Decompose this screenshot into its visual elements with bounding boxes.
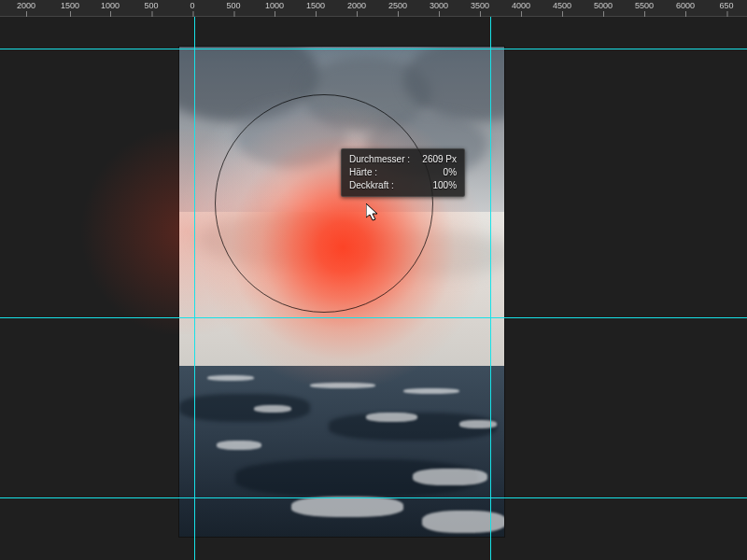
ruler-tick: 1000 — [101, 0, 120, 10]
ruler-tick: 5500 — [635, 0, 654, 10]
hud-row-hardness: Härte 0% — [349, 166, 457, 179]
ruler-tick: 4000 — [512, 0, 530, 10]
ruler-tick: 500 — [226, 0, 240, 10]
hud-value: 0% — [417, 166, 457, 179]
ruler-tick: 1500 — [61, 0, 79, 10]
guide-vertical[interactable] — [194, 0, 195, 560]
ruler-tick: 2000 — [347, 0, 366, 10]
canvas-viewport[interactable] — [0, 17, 747, 560]
hud-label: Deckkraft — [349, 179, 394, 192]
sky-lower-layer — [179, 212, 504, 366]
document-artwork[interactable] — [179, 47, 504, 537]
hud-row-diameter: Durchmesser 2609 Px — [349, 153, 457, 166]
ruler-tick: 3500 — [471, 0, 489, 10]
guide-horizontal[interactable] — [0, 317, 747, 318]
ruler-tick: 500 — [144, 0, 158, 10]
hud-label: Härte — [349, 166, 377, 179]
ruler-horizontal[interactable]: 2000150010005000500100015002000250030003… — [0, 0, 747, 17]
ruler-tick: 2500 — [388, 0, 407, 10]
ruler-tick: 1000 — [265, 0, 284, 10]
hud-value: 2609 Px — [417, 153, 457, 166]
hud-row-opacity: Deckkraft 100% — [349, 179, 457, 192]
ruler-tick: 0 — [190, 0, 194, 10]
hud-value: 100% — [417, 179, 457, 192]
guide-horizontal[interactable] — [0, 49, 747, 49]
ruler-tick: 1500 — [306, 0, 325, 10]
hud-label: Durchmesser — [349, 153, 410, 166]
guide-vertical[interactable] — [490, 0, 491, 560]
ruler-tick: 5000 — [594, 0, 613, 10]
ocean-layer — [179, 366, 504, 537]
ruler-tick: 650 — [719, 0, 733, 10]
ruler-tick: 6000 — [676, 0, 695, 10]
brush-hud-tooltip: Durchmesser 2609 Px Härte 0% Deckkraft 1… — [341, 148, 465, 197]
ruler-tick: 2000 — [17, 0, 35, 10]
ruler-tick: 4500 — [553, 0, 571, 10]
ruler-tick: 3000 — [430, 0, 448, 10]
guide-horizontal[interactable] — [0, 497, 747, 498]
